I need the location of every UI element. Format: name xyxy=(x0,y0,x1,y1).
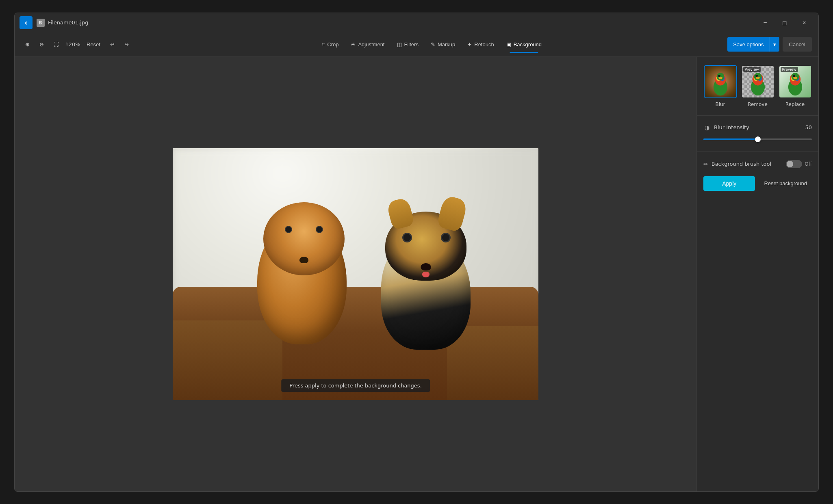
toggle-state-label: Off xyxy=(805,161,812,167)
reset-zoom-button[interactable]: Reset xyxy=(82,38,104,51)
blur-intensity-value: 50 xyxy=(802,124,812,130)
retouch-label: Retouch xyxy=(474,41,494,48)
replace-mode-label: Replace xyxy=(785,102,805,107)
zoom-out-icon xyxy=(39,41,44,48)
dog-left-eye-left xyxy=(286,227,291,232)
blur-mode-label: Blur xyxy=(715,102,725,107)
fit-icon xyxy=(54,41,59,48)
toggle-row: Off xyxy=(786,160,812,168)
chevron-down-icon xyxy=(773,41,776,48)
undo-icon xyxy=(110,41,115,48)
dog-right xyxy=(379,203,473,350)
crop-icon xyxy=(322,41,325,48)
crop-tool-button[interactable]: Crop xyxy=(316,37,344,52)
svg-point-6 xyxy=(718,76,722,79)
blur-intensity-row: Blur Intensity 50 xyxy=(703,124,812,131)
filters-tool-button[interactable]: Filters xyxy=(391,37,424,52)
markup-tool-button[interactable]: Markup xyxy=(425,37,461,52)
blur-thumb-parrot xyxy=(705,66,736,97)
background-icon xyxy=(506,41,511,48)
tool-buttons: Crop Adjustment Filters Markup Retouch B… xyxy=(138,37,726,52)
toolbar-actions: Save options Cancel xyxy=(727,37,812,52)
maximize-button[interactable]: □ xyxy=(775,16,794,29)
image-container: Press apply to complete the background c… xyxy=(173,148,538,400)
hint-text: Press apply to complete the background c… xyxy=(281,379,430,392)
adjustment-tool-button[interactable]: Adjustment xyxy=(345,37,390,52)
circle-half-icon xyxy=(705,124,709,131)
minimize-icon: ─ xyxy=(764,20,766,26)
redo-icon xyxy=(124,41,129,48)
save-options-dropdown-icon[interactable] xyxy=(770,37,779,52)
adjustment-label: Adjustment xyxy=(358,41,384,48)
background-tool-button[interactable]: Background xyxy=(501,37,547,52)
replace-thumb-parrot xyxy=(779,66,811,97)
brush-tool-toggle[interactable] xyxy=(786,160,802,168)
toolbar: 120% Reset Crop Adjustment Filters xyxy=(15,32,818,57)
blur-intensity-slider[interactable] xyxy=(703,135,812,143)
retouch-tool-button[interactable]: Retouch xyxy=(462,37,499,52)
cancel-button[interactable]: Cancel xyxy=(783,37,812,52)
save-options-label: Save options xyxy=(727,37,770,52)
back-icon xyxy=(24,18,27,27)
background-modes: Blur Preview xyxy=(703,65,812,107)
dog-right-nose xyxy=(421,263,431,270)
dog-left xyxy=(253,190,355,344)
replace-mode-thumb[interactable]: Preview xyxy=(779,65,812,98)
background-label: Background xyxy=(514,41,542,48)
title-bar: 🖼 Filename01.jpg ─ □ ✕ xyxy=(15,13,818,32)
close-icon: ✕ xyxy=(802,20,806,26)
brush-tool-label: Background brush tool xyxy=(712,161,783,167)
dogs-scene xyxy=(173,148,538,400)
markup-label: Markup xyxy=(438,41,455,48)
app-window: 🖼 Filename01.jpg ─ □ ✕ 1 xyxy=(14,13,819,492)
image-icon: 🖼 xyxy=(39,20,43,25)
main-content: Press apply to complete the background c… xyxy=(15,57,818,491)
file-icon: 🖼 xyxy=(37,19,45,27)
zoom-in-button[interactable] xyxy=(21,38,34,51)
dog-right-eye-left xyxy=(403,234,411,241)
reset-background-label: Reset background xyxy=(764,180,807,186)
remove-mode-thumb[interactable]: Preview xyxy=(741,65,774,98)
dog-right-eye-right xyxy=(442,234,449,241)
dog-left-eye-right xyxy=(317,227,322,232)
action-buttons: Apply Reset background xyxy=(703,176,812,191)
filters-label: Filters xyxy=(404,41,419,48)
panel-divider-1 xyxy=(697,115,818,116)
window-title: Filename01.jpg xyxy=(48,19,756,26)
zoom-controls: 120% Reset xyxy=(21,38,133,51)
redo-button[interactable] xyxy=(120,38,133,51)
remove-thumb-parrot xyxy=(742,66,774,97)
main-image[interactable] xyxy=(173,148,538,400)
maximize-icon: □ xyxy=(782,20,787,26)
close-button[interactable]: ✕ xyxy=(795,16,813,29)
blur-intensity-icon xyxy=(703,124,711,131)
zoom-level: 120% xyxy=(65,41,81,48)
remove-mode-item[interactable]: Preview Remove xyxy=(741,65,774,107)
blur-mode-thumb[interactable] xyxy=(704,65,737,98)
blur-intensity-label: Blur Intensity xyxy=(714,124,798,130)
canvas-area: Press apply to complete the background c… xyxy=(15,57,696,491)
dog-left-head xyxy=(263,202,345,275)
save-options-button[interactable]: Save options xyxy=(727,37,779,52)
apply-button[interactable]: Apply xyxy=(703,176,755,191)
svg-point-20 xyxy=(793,76,797,79)
zoom-out-button[interactable] xyxy=(35,38,48,51)
slider-fill xyxy=(703,138,758,140)
reset-background-button[interactable]: Reset background xyxy=(759,176,812,191)
slider-thumb[interactable] xyxy=(755,136,761,142)
toggle-knob xyxy=(787,161,793,167)
retouch-icon xyxy=(467,41,472,48)
minimize-button[interactable]: ─ xyxy=(756,16,774,29)
panel-divider-2 xyxy=(697,151,818,152)
markup-icon xyxy=(431,41,435,48)
undo-button[interactable] xyxy=(106,38,119,51)
replace-mode-item[interactable]: Preview Replace xyxy=(779,65,812,107)
blur-mode-item[interactable]: Blur xyxy=(704,65,737,107)
reset-label: Reset xyxy=(87,41,100,48)
back-button[interactable] xyxy=(20,16,33,29)
svg-point-13 xyxy=(756,76,760,79)
dog-right-tongue xyxy=(422,272,430,277)
brush-tool-row: Background brush tool Off xyxy=(703,160,812,168)
crop-label: Crop xyxy=(327,41,338,48)
fit-button[interactable] xyxy=(50,38,63,51)
